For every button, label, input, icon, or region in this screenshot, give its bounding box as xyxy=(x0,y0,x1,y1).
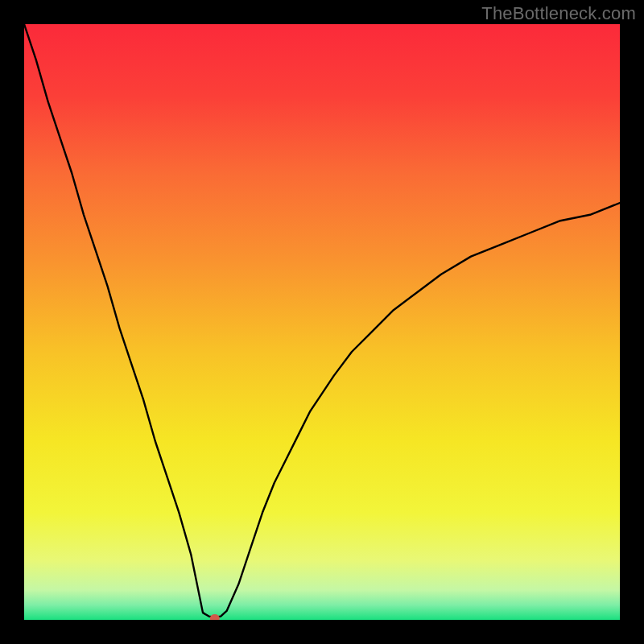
plot-area xyxy=(24,24,620,620)
svg-rect-0 xyxy=(24,24,620,620)
watermark-text: TheBottleneck.com xyxy=(481,3,636,24)
chart-frame: TheBottleneck.com xyxy=(0,0,644,644)
bottleneck-chart xyxy=(24,24,620,620)
